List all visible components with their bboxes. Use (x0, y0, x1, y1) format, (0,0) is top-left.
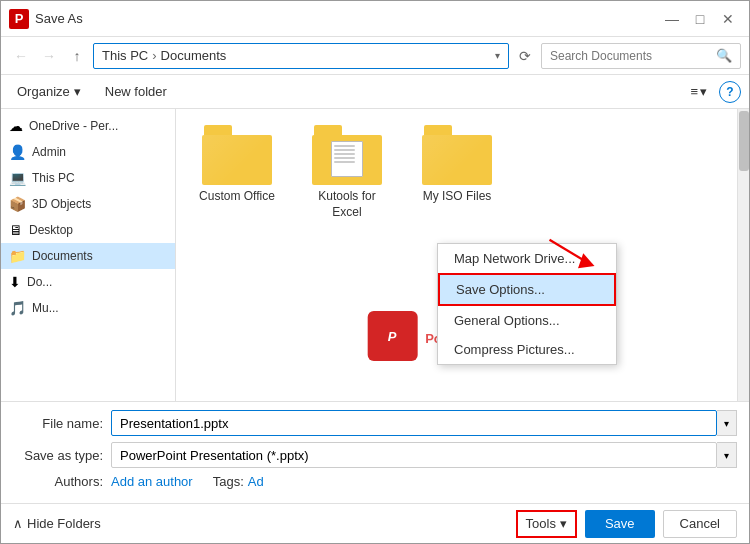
file-area: Custom Office (176, 109, 737, 401)
file-item-iso[interactable]: My ISO Files (412, 125, 502, 220)
bottom-form: File name: ▾ Save as type: PowerPoint Pr… (1, 401, 749, 503)
tools-dropdown-icon: ▾ (560, 516, 567, 531)
tags-label: Tags: (213, 474, 244, 489)
refresh-button[interactable]: ⟳ (513, 44, 537, 68)
authors-value[interactable]: Add an author (111, 474, 193, 489)
onedrive-icon: ☁ (9, 118, 23, 134)
sidebar-label-desktop: Desktop (29, 223, 73, 237)
title-bar: P Save As — □ ✕ (1, 1, 749, 37)
maximize-button[interactable]: □ (687, 8, 713, 30)
save-type-select[interactable]: PowerPoint Presentation (*.pptx) (111, 442, 717, 468)
main-content: ☁ OneDrive - Per... 👤 Admin 💻 This PC 📦 … (1, 109, 749, 401)
save-type-dropdown[interactable]: ▾ (717, 442, 737, 468)
new-folder-button[interactable]: New folder (97, 80, 175, 104)
sidebar-item-downloads[interactable]: ⬇ Do... (1, 269, 175, 295)
address-path[interactable]: This PC › Documents ▾ (93, 43, 509, 69)
help-button[interactable]: ? (719, 81, 741, 103)
file-item-kutools[interactable]: Kutools for Excel (302, 125, 392, 220)
tools-button[interactable]: Tools ▾ (516, 510, 577, 538)
minimize-button[interactable]: — (659, 8, 685, 30)
path-documents: Documents (161, 48, 227, 63)
file-label-iso: My ISO Files (423, 189, 492, 205)
scrollbar-thumb[interactable] (739, 111, 749, 171)
footer-bar: ∧ Hide Folders Tools ▾ Save Cancel (1, 503, 749, 543)
sidebar-label-documents: Documents (32, 249, 93, 263)
documents-icon: 📁 (9, 248, 26, 264)
file-label-custom-office: Custom Office (199, 189, 275, 205)
sidebar-item-desktop[interactable]: 🖥 Desktop (1, 217, 175, 243)
dialog-title: Save As (35, 11, 659, 26)
search-box[interactable]: 🔍 (541, 43, 741, 69)
view-button[interactable]: ≡ ▾ (686, 80, 711, 104)
sidebar-item-thispc[interactable]: 💻 This PC (1, 165, 175, 191)
sidebar-item-music[interactable]: 🎵 Mu... (1, 295, 175, 321)
hide-folders-icon: ∧ (13, 516, 23, 531)
file-name-label: File name: (13, 416, 103, 431)
sidebar-item-documents[interactable]: 📁 Documents (1, 243, 175, 269)
save-button[interactable]: Save (585, 510, 655, 538)
window-controls: — □ ✕ (659, 8, 741, 30)
authors-label: Authors: (13, 474, 103, 489)
path-dropdown-arrow[interactable]: ▾ (495, 50, 500, 61)
admin-icon: 👤 (9, 144, 26, 160)
forward-button[interactable]: → (37, 44, 61, 68)
hide-folders-button[interactable]: ∧ Hide Folders (13, 516, 101, 531)
thispc-icon: 💻 (9, 170, 26, 186)
file-name-input[interactable] (111, 410, 717, 436)
menu-item-general-options[interactable]: General Options... (438, 306, 616, 335)
tools-context-menu: Map Network Drive... Save Options... Gen… (437, 243, 617, 365)
music-icon: 🎵 (9, 300, 26, 316)
authors-row: Authors: Add an author Tags: Ad (13, 474, 737, 489)
organize-button[interactable]: Organize ▾ (9, 80, 89, 104)
file-name-row: File name: ▾ (13, 410, 737, 436)
save-type-row: Save as type: PowerPoint Presentation (*… (13, 442, 737, 468)
close-button[interactable]: ✕ (715, 8, 741, 30)
view-dropdown-icon: ▾ (700, 84, 707, 99)
tools-label: Tools (526, 516, 556, 531)
sidebar-label-thispc: This PC (32, 171, 75, 185)
menu-item-compress-pictures[interactable]: Compress Pictures... (438, 335, 616, 364)
sidebar-item-3dobjects[interactable]: 📦 3D Objects (1, 191, 175, 217)
sidebar-label-admin: Admin (32, 145, 66, 159)
sidebar-label-music: Mu... (32, 301, 59, 315)
sidebar-label-onedrive: OneDrive - Per... (29, 119, 118, 133)
save-as-dialog: P Save As — □ ✕ ← → ↑ This PC › Document… (0, 0, 750, 544)
file-item-custom-office[interactable]: Custom Office (192, 125, 282, 220)
footer-right: Tools ▾ Save Cancel (516, 510, 737, 538)
up-button[interactable]: ↑ (65, 44, 89, 68)
scrollbar[interactable] (737, 109, 749, 401)
downloads-icon: ⬇ (9, 274, 21, 290)
sidebar-label-3dobjects: 3D Objects (32, 197, 91, 211)
file-label-kutools: Kutools for Excel (302, 189, 392, 220)
cancel-button[interactable]: Cancel (663, 510, 737, 538)
search-input[interactable] (550, 49, 712, 63)
menu-item-save-options[interactable]: Save Options... (438, 273, 616, 306)
tags-value[interactable]: Ad (248, 474, 264, 489)
address-bar: ← → ↑ This PC › Documents ▾ ⟳ 🔍 (1, 37, 749, 75)
organize-dropdown-icon: ▾ (74, 84, 81, 99)
sidebar-item-onedrive[interactable]: ☁ OneDrive - Per... (1, 113, 175, 139)
file-name-dropdown[interactable]: ▾ (717, 410, 737, 436)
sidebar: ☁ OneDrive - Per... 👤 Admin 💻 This PC 📦 … (1, 109, 176, 401)
desktop-icon: 🖥 (9, 222, 23, 238)
sidebar-item-admin[interactable]: 👤 Admin (1, 139, 175, 165)
save-type-label: Save as type: (13, 448, 103, 463)
menu-item-map-network[interactable]: Map Network Drive... (438, 244, 616, 273)
toolbar: Organize ▾ New folder ≡ ▾ ? (1, 75, 749, 109)
3dobjects-icon: 📦 (9, 196, 26, 212)
back-button[interactable]: ← (9, 44, 33, 68)
view-icon: ≡ (690, 84, 698, 99)
app-icon: P (9, 9, 29, 29)
path-this-pc: This PC (102, 48, 148, 63)
sidebar-label-downloads: Do... (27, 275, 52, 289)
search-icon: 🔍 (716, 48, 732, 63)
hide-folders-label: Hide Folders (27, 516, 101, 531)
